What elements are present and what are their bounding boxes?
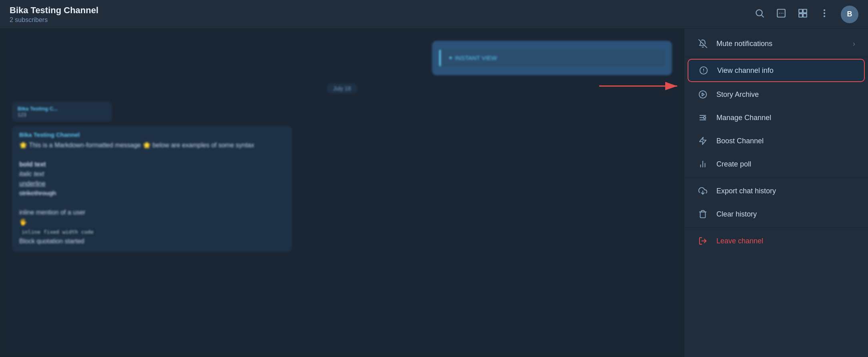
main-message-bubble: Bika Testing Channel 🌟 This is a Markdow…: [12, 126, 292, 252]
svg-point-0: [756, 10, 762, 16]
date-badge: July 18: [327, 83, 357, 94]
leave-channel-label: Leave channel: [716, 237, 763, 245]
export-icon: [697, 187, 708, 195]
mute-arrow: ›: [853, 40, 855, 48]
clear-history-label: Clear history: [716, 210, 757, 219]
svg-line-1: [762, 15, 764, 17]
dropdown-menu: Mute notifications › View channel info S…: [684, 29, 868, 357]
info-icon: [698, 66, 709, 75]
svg-point-19: [704, 116, 706, 119]
stats-icon[interactable]: [776, 8, 786, 21]
more-icon[interactable]: [819, 8, 830, 21]
instant-view-bar: ✦ INSTANT VIEW: [439, 50, 665, 66]
message-text: 🌟 This is a Markdown-formatted message 🌟…: [19, 140, 285, 246]
svg-rect-4: [803, 9, 807, 13]
svg-marker-15: [702, 93, 704, 96]
story-archive-label: Story Archive: [716, 90, 759, 99]
channel-subtitle: 2 subscribers: [10, 16, 754, 24]
message-bubble: ✦ INSTANT VIEW: [432, 41, 672, 75]
channel-title-area: Bika Testing Channel 2 subscribers: [10, 5, 754, 24]
view-channel-info-label: View channel info: [717, 66, 774, 75]
menu-item-clear-history[interactable]: Clear history: [684, 203, 868, 226]
svg-point-9: [824, 15, 825, 17]
channel-name: Bika Testing Channel: [10, 5, 754, 16]
leave-icon: [697, 237, 708, 245]
svg-line-10: [699, 40, 707, 48]
menu-item-mute[interactable]: Mute notifications ›: [684, 32, 868, 55]
menu-item-create-poll[interactable]: Create poll: [684, 152, 868, 176]
search-icon[interactable]: [754, 8, 765, 21]
menu-item-view-channel-info[interactable]: View channel info: [688, 59, 865, 82]
mute-icon: [697, 39, 708, 48]
menu-item-boost-channel[interactable]: Boost Channel: [684, 129, 868, 152]
manage-icon: [697, 113, 708, 122]
poll-icon: [697, 160, 708, 168]
divider-2: [684, 177, 868, 178]
svg-point-8: [824, 12, 825, 14]
small-message: Bika Testing C... 123: [12, 102, 112, 122]
svg-point-7: [824, 9, 825, 11]
layout-icon[interactable]: [798, 8, 808, 21]
svg-rect-3: [799, 9, 802, 13]
export-chat-label: Export chat history: [716, 187, 776, 195]
svg-point-14: [699, 91, 706, 98]
create-poll-label: Create poll: [716, 160, 751, 168]
header-actions: B: [754, 6, 858, 23]
date-separator: July 18: [12, 83, 672, 94]
chat-area: ✦ INSTANT VIEW July 18 Bika Testing C...…: [0, 29, 684, 357]
message-sender: Bika Testing Channel: [19, 131, 285, 138]
menu-item-story-archive[interactable]: Story Archive: [684, 83, 868, 106]
story-icon: [697, 90, 708, 99]
mute-label: Mute notifications: [716, 40, 772, 48]
svg-rect-5: [799, 14, 802, 17]
svg-marker-20: [700, 137, 706, 144]
chat-header: Bika Testing Channel 2 subscribers B: [0, 0, 868, 29]
menu-item-leave-channel[interactable]: Leave channel: [684, 229, 868, 253]
menu-item-manage-channel[interactable]: Manage Channel: [684, 106, 868, 129]
boost-channel-label: Boost Channel: [716, 137, 764, 145]
manage-channel-label: Manage Channel: [716, 114, 771, 122]
avatar[interactable]: B: [841, 6, 858, 23]
clear-icon: [697, 210, 708, 219]
divider-1: [684, 57, 868, 57]
divider-3: [684, 227, 868, 228]
small-sender: Bika Testing C...: [18, 106, 106, 112]
small-text: 123: [18, 112, 106, 118]
svg-rect-6: [803, 14, 807, 17]
boost-icon: [697, 136, 708, 145]
menu-item-export-chat[interactable]: Export chat history: [684, 179, 868, 203]
